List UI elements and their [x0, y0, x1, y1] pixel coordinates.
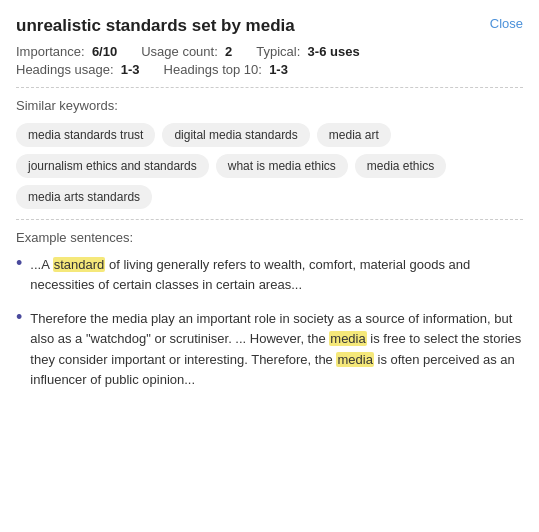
- example-text: Therefore the media play an important ro…: [30, 309, 523, 390]
- keyword-tag[interactable]: digital media standards: [162, 123, 309, 147]
- divider-2: [16, 219, 523, 220]
- highlight-text: media: [336, 352, 373, 367]
- importance-meta: Importance: 6/10: [16, 44, 117, 59]
- bullet-icon: •: [16, 253, 22, 274]
- keyword-tag[interactable]: media art: [317, 123, 391, 147]
- bullet-icon: •: [16, 307, 22, 328]
- keyword-tag[interactable]: journalism ethics and standards: [16, 154, 209, 178]
- keywords-container: media standards trustdigital media stand…: [16, 123, 523, 209]
- highlight-text: standard: [53, 257, 106, 272]
- example-list: •...A standard of living generally refer…: [16, 255, 523, 390]
- headings-usage-meta: Headings usage: 1-3: [16, 62, 140, 77]
- keyword-tag[interactable]: media arts standards: [16, 185, 152, 209]
- highlight-text: media: [329, 331, 366, 346]
- similar-keywords-label: Similar keywords:: [16, 98, 523, 113]
- close-button[interactable]: Close: [490, 16, 523, 31]
- headings-top-meta: Headings top 10: 1-3: [164, 62, 288, 77]
- keyword-tag[interactable]: what is media ethics: [216, 154, 348, 178]
- list-item: •...A standard of living generally refer…: [16, 255, 523, 295]
- typical-meta: Typical: 3-6 uses: [256, 44, 359, 59]
- usage-count-meta: Usage count: 2: [141, 44, 232, 59]
- divider-1: [16, 87, 523, 88]
- list-item: •Therefore the media play an important r…: [16, 309, 523, 390]
- page-title: unrealistic standards set by media: [16, 16, 478, 36]
- example-text: ...A standard of living generally refers…: [30, 255, 523, 295]
- examples-label: Example sentences:: [16, 230, 523, 245]
- keyword-tag[interactable]: media standards trust: [16, 123, 155, 147]
- keyword-tag[interactable]: media ethics: [355, 154, 446, 178]
- examples-section: Example sentences: •...A standard of liv…: [16, 230, 523, 390]
